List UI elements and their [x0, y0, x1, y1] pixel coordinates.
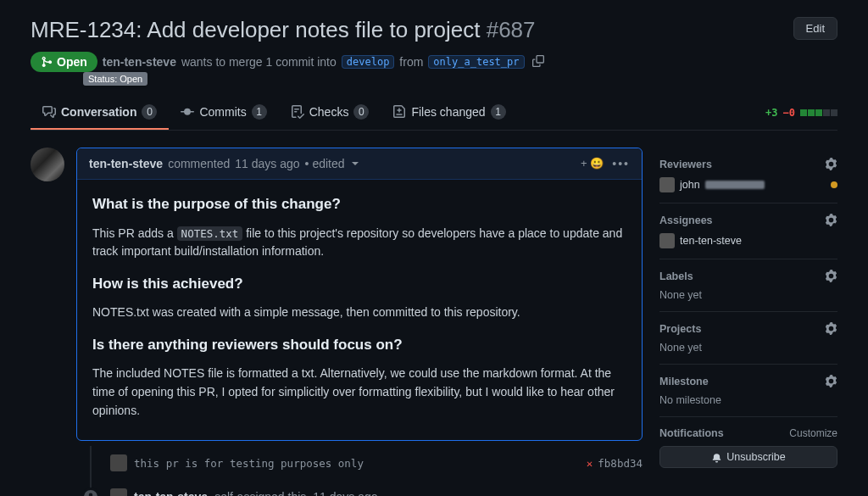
notifications-title: Notifications	[659, 427, 724, 439]
person-icon	[81, 488, 100, 496]
assignee-avatar[interactable]	[110, 488, 127, 496]
assignee-row[interactable]: ten-ten-steve	[659, 233, 837, 248]
gear-icon[interactable]	[825, 270, 837, 282]
sidebar-assignees: Assignees ten-ten-steve	[659, 203, 837, 259]
status-badge-open: Open	[31, 52, 97, 72]
mute-icon	[711, 452, 722, 463]
reviewer-avatar	[659, 177, 675, 192]
milestone-value: No milestone	[659, 394, 837, 406]
assignee-name: ten-ten-steve	[680, 235, 742, 247]
timeline-author[interactable]: ten-ten-steve	[134, 490, 208, 496]
tab-conversation-label: Conversation	[61, 105, 136, 119]
comment-p2: NOTES.txt was created with a simple mess…	[92, 304, 626, 322]
inline-code: NOTES.txt	[177, 226, 243, 241]
base-branch[interactable]: develop	[342, 55, 395, 69]
author-avatar-column	[31, 148, 64, 496]
comment-heading-1: What is the purpose of this change?	[92, 193, 626, 215]
head-branch[interactable]: only_a_test_pr	[428, 55, 524, 69]
gear-icon[interactable]	[825, 214, 837, 226]
tab-files[interactable]: Files changed 1	[381, 96, 517, 130]
unsubscribe-label: Unsubscribe	[726, 451, 785, 463]
from-text: from	[399, 55, 423, 69]
projects-title: Projects	[659, 323, 701, 335]
labels-value: None yet	[659, 289, 837, 301]
timeline-action: self-assigned this	[214, 490, 306, 496]
reviewer-row[interactable]: john	[659, 177, 837, 192]
pr-header: MRE-1234: Add developer notes file to pr…	[31, 17, 837, 43]
commit-author-avatar[interactable]	[110, 454, 127, 471]
comment-discussion-icon	[42, 105, 56, 119]
comment-p3: The included NOTES file is formatted a t…	[92, 365, 626, 420]
sidebar-projects: Projects None yet	[659, 312, 837, 365]
comment-heading-2: How is this achieved?	[92, 273, 626, 295]
diff-deletions: −0	[783, 107, 795, 119]
notifications-customize[interactable]: Customize	[789, 427, 837, 439]
comment-verb: commented	[168, 157, 230, 170]
tab-commits-label: Commits	[199, 105, 246, 119]
tab-checks-label: Checks	[309, 105, 349, 119]
commit-sha[interactable]: fb8bd34	[598, 457, 643, 470]
kebab-menu-icon[interactable]: •••	[612, 157, 630, 170]
checklist-icon	[291, 105, 304, 119]
x-icon: ✕	[587, 457, 593, 470]
assignees-title: Assignees	[659, 215, 713, 226]
commit-status[interactable]: ✕ fb8bd34	[587, 457, 643, 470]
comment-time[interactable]: 11 days ago	[235, 157, 299, 170]
labels-title: Labels	[659, 270, 693, 282]
pr-meta: Open ten-ten-steve wants to merge 1 comm…	[31, 52, 837, 72]
git-pull-request-icon	[41, 56, 53, 68]
status-label: Open	[57, 55, 87, 69]
timeline-time[interactable]: 11 days ago	[313, 490, 377, 496]
comment-p1: This PR adds a NOTES.txt file to this pr…	[92, 225, 626, 261]
timeline-commit: this pr is for testing purposes only ✕ f…	[76, 446, 643, 480]
status-tooltip: Status: Open	[83, 72, 147, 86]
reviewers-title: Reviewers	[659, 159, 712, 170]
file-diff-icon	[392, 105, 406, 119]
author-avatar[interactable]	[31, 148, 64, 181]
git-commit-icon	[181, 105, 194, 119]
sidebar-notifications: Notifications Customize Unsubscribe	[659, 417, 837, 478]
redacted-text	[705, 181, 765, 189]
pr-title-text: MRE-1234: Add developer notes file to pr…	[31, 17, 480, 42]
diff-stat: +3 −0	[765, 107, 837, 119]
pr-number: #687	[487, 17, 536, 42]
comment-heading-3: Is there anything reviewers should focus…	[92, 334, 626, 356]
comment-header: ten-ten-steve commented 11 days ago • ed…	[77, 148, 642, 180]
tab-conversation-count: 0	[142, 104, 157, 120]
sidebar-reviewers: Reviewers john	[659, 148, 837, 203]
author-link[interactable]: ten-ten-steve	[103, 55, 176, 69]
sidebar-milestone: Milestone No milestone	[659, 365, 837, 417]
tab-checks-count: 0	[353, 104, 369, 120]
comment-author[interactable]: ten-ten-steve	[89, 157, 163, 170]
edit-button[interactable]: Edit	[793, 17, 837, 40]
gear-icon[interactable]	[825, 375, 837, 387]
merge-text: wants to merge 1 commit into	[181, 55, 337, 69]
tab-commits[interactable]: Commits 1	[169, 96, 278, 130]
tabs: Conversation 0 Commits 1 Checks 0 Files …	[31, 96, 837, 131]
unsubscribe-button[interactable]: Unsubscribe	[659, 446, 837, 468]
milestone-title: Milestone	[659, 376, 709, 387]
tab-files-label: Files changed	[411, 105, 485, 119]
tab-conversation[interactable]: Conversation 0	[31, 96, 169, 130]
tab-files-count: 1	[491, 104, 506, 120]
sidebar-labels: Labels None yet	[659, 259, 837, 312]
diff-blocks	[800, 109, 837, 116]
timeline-self-assign: ten-ten-steve self-assigned this 11 days…	[76, 480, 643, 496]
gear-icon[interactable]	[825, 322, 837, 335]
diff-additions: +3	[765, 107, 777, 119]
reviewer-name: john	[680, 179, 700, 191]
comment-edited[interactable]: • edited	[305, 157, 345, 170]
add-reaction-button[interactable]: + 😀	[581, 157, 604, 170]
assignee-avatar-small	[659, 233, 675, 248]
chevron-down-icon[interactable]	[352, 162, 359, 165]
tab-checks[interactable]: Checks 0	[279, 96, 381, 130]
comment-box: ten-ten-steve commented 11 days ago • ed…	[76, 148, 643, 441]
projects-value: None yet	[659, 342, 837, 354]
comment-body: What is the purpose of this change? This…	[77, 180, 642, 440]
gear-icon[interactable]	[825, 158, 837, 170]
tab-commits-count: 1	[252, 104, 267, 120]
commit-message[interactable]: this pr is for testing purposes only	[134, 457, 364, 470]
sidebar: Reviewers john Assignees ten-ten-st	[659, 148, 837, 496]
copy-icon[interactable]	[532, 55, 544, 70]
review-status-dot	[831, 181, 837, 188]
